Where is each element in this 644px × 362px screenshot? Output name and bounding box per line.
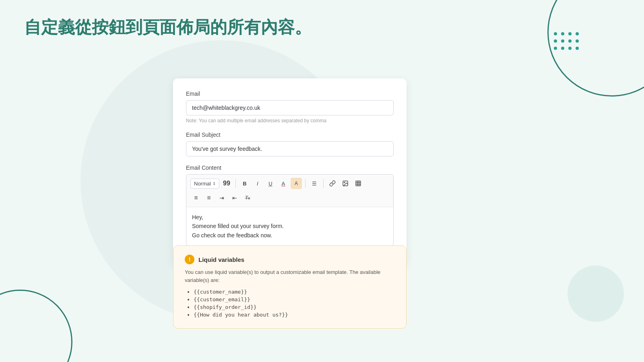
content-group: Email Content Normal ⇕ 99 B I xyxy=(186,165,394,246)
liquid-description: You can use liquid variable(s) to output… xyxy=(185,268,395,284)
content-line-2: Someone filled out your survey form. xyxy=(192,222,388,230)
subject-label: Email Subject xyxy=(186,132,394,138)
image-button[interactable] xyxy=(340,178,351,189)
outdent-button[interactable]: ⇤ xyxy=(229,192,240,204)
text-color-button[interactable]: A xyxy=(278,178,289,189)
content-label: Email Content xyxy=(186,165,394,171)
indent-button[interactable]: ⇥ xyxy=(216,192,227,204)
table-button[interactable] xyxy=(353,178,364,189)
bold-button[interactable]: B xyxy=(239,178,250,189)
liquid-header: ! Liquid variables xyxy=(185,255,395,264)
svg-point-1 xyxy=(344,182,345,183)
toolbar-row-1: Normal ⇕ 99 B I U A A xyxy=(190,178,389,189)
format-select-label: Normal xyxy=(194,181,211,187)
bg-circle-bottom-right xyxy=(568,265,624,322)
liquid-card: ! Liquid variables You can use liquid va… xyxy=(173,245,407,329)
format-select[interactable]: Normal ⇕ xyxy=(190,179,219,189)
content-line-1: Hey, xyxy=(192,213,388,222)
editor-content[interactable]: Hey, Someone filled out your survey form… xyxy=(186,207,393,245)
email-input[interactable] xyxy=(186,100,394,115)
email-note: Note: You can add multiple email address… xyxy=(186,118,394,123)
list-item: {{How did you hear about us?}} xyxy=(194,312,395,318)
toolbar-divider-1 xyxy=(235,179,236,188)
form-card: Email Note: You can add multiple email a… xyxy=(173,78,407,266)
svg-rect-2 xyxy=(356,181,361,186)
ordered-list-button[interactable]: ≡ xyxy=(190,192,202,204)
underline-button[interactable]: U xyxy=(265,178,276,189)
list-item: {{customer_email}} xyxy=(194,296,395,302)
liquid-icon: ! xyxy=(185,255,194,264)
link-button[interactable] xyxy=(327,178,338,189)
subject-input[interactable] xyxy=(186,141,394,156)
dots-grid xyxy=(554,32,580,51)
email-label: Email xyxy=(186,90,394,97)
liquid-title: Liquid variables xyxy=(198,256,244,263)
quote-button[interactable]: 99 xyxy=(221,178,232,189)
toolbar-divider-3 xyxy=(323,179,324,188)
align-button[interactable]: ☰ xyxy=(309,178,320,189)
format-arrow-icon: ⇕ xyxy=(213,181,216,186)
page-title: 自定義從按鈕到頁面佈局的所有內容。 xyxy=(24,16,312,39)
toolbar-row-2: ≡ ≡ ⇥ ⇤ Tx xyxy=(190,192,389,204)
bg-circle-bottom-left xyxy=(0,290,72,362)
list-item: {{customer_name}} xyxy=(194,289,395,295)
unordered-list-button[interactable]: ≡ xyxy=(203,192,215,204)
list-item: {{shopify_order_id}} xyxy=(194,304,395,310)
highlight-button[interactable]: A xyxy=(291,178,302,189)
toolbar-divider-2 xyxy=(305,179,305,188)
subject-group: Email Subject xyxy=(186,132,394,156)
editor-toolbar: Normal ⇕ 99 B I U A A xyxy=(186,175,393,207)
content-line-3: Go check out the feedback now. xyxy=(192,231,388,240)
liquid-variables-list: {{customer_name}} {{customer_email}} {{s… xyxy=(185,289,395,318)
clear-format-button[interactable]: Tx xyxy=(242,192,253,204)
email-group: Email Note: You can add multiple email a… xyxy=(186,90,394,123)
editor-wrapper: Normal ⇕ 99 B I U A A xyxy=(186,174,394,246)
italic-button[interactable]: I xyxy=(252,178,263,189)
